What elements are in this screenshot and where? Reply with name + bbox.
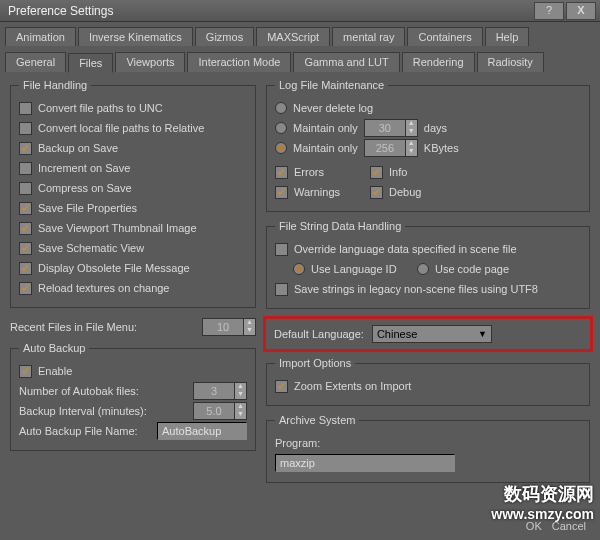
spin-down-icon[interactable]: ▼: [405, 148, 417, 156]
chk-enable-autobak[interactable]: ✔: [19, 365, 32, 378]
chk-convert-rel[interactable]: [19, 122, 32, 135]
chk-utf8[interactable]: [275, 283, 288, 296]
spin-down-icon[interactable]: ▼: [234, 411, 246, 419]
lbl-convert-unc: Convert file paths to UNC: [38, 102, 247, 114]
tab-maxscript[interactable]: MAXScript: [256, 27, 330, 46]
tab-gizmos[interactable]: Gizmos: [195, 27, 254, 46]
tab-help[interactable]: Help: [485, 27, 530, 46]
chk-reload-tex[interactable]: ✔: [19, 282, 32, 295]
chk-zoom-extents[interactable]: ✔: [275, 380, 288, 393]
rad-maintain-days[interactable]: [275, 122, 287, 134]
window-title: Preference Settings: [8, 4, 532, 18]
kb-input[interactable]: [365, 140, 405, 156]
chk-increment[interactable]: [19, 162, 32, 175]
tab-gamma[interactable]: Gamma and LUT: [293, 52, 399, 72]
lbl-info: Info: [389, 166, 407, 178]
close-button[interactable]: X: [566, 2, 596, 20]
rad-use-lang-id[interactable]: [293, 263, 305, 275]
auto-backup-legend: Auto Backup: [19, 342, 89, 354]
default-language-select[interactable]: Chinese ▼: [372, 325, 492, 343]
chk-debug[interactable]: ✔: [370, 186, 383, 199]
spin-down-icon[interactable]: ▼: [234, 391, 246, 399]
file-string-legend: File String Data Handling: [275, 220, 405, 232]
default-language-label: Default Language:: [274, 328, 364, 340]
autobak-num-input[interactable]: [194, 383, 234, 399]
lbl-backup: Backup on Save: [38, 142, 247, 154]
recent-files-label: Recent Files in File Menu:: [10, 321, 196, 333]
chk-errors[interactable]: ✔: [275, 166, 288, 179]
ok-button[interactable]: OK: [526, 520, 542, 532]
chk-override-lang[interactable]: [275, 243, 288, 256]
tab-row-2: General Files Viewports Interaction Mode…: [0, 47, 600, 73]
lbl-save-schem: Save Schematic View: [38, 242, 247, 254]
archive-system-group: Archive System Program:: [266, 414, 590, 483]
autobak-num-spinner[interactable]: ▲▼: [193, 382, 247, 400]
chk-info[interactable]: ✔: [370, 166, 383, 179]
lbl-convert-rel: Convert local file paths to Relative: [38, 122, 247, 134]
spin-down-icon[interactable]: ▼: [243, 327, 255, 335]
autobak-name-label: Auto Backup File Name:: [19, 425, 151, 437]
chk-save-schem[interactable]: ✔: [19, 242, 32, 255]
help-button[interactable]: ?: [534, 2, 564, 20]
lbl-debug: Debug: [389, 186, 421, 198]
lbl-save-props: Save File Properties: [38, 202, 247, 214]
lbl-compress: Compress on Save: [38, 182, 247, 194]
days-unit: days: [424, 122, 447, 134]
chk-convert-unc[interactable]: [19, 102, 32, 115]
lbl-disp-obs: Display Obsolete File Message: [38, 262, 247, 274]
lbl-override-lang: Override language data specified in scen…: [294, 243, 581, 255]
rad-use-codepage[interactable]: [417, 263, 429, 275]
lbl-zoom-extents: Zoom Extents on Import: [294, 380, 581, 392]
tab-radiosity[interactable]: Radiosity: [477, 52, 544, 72]
auto-backup-group: Auto Backup ✔Enable Number of Autobak fi…: [10, 342, 256, 451]
spin-down-icon[interactable]: ▼: [405, 128, 417, 136]
chk-backup[interactable]: ✔: [19, 142, 32, 155]
lbl-never-delete: Never delete log: [293, 102, 581, 114]
tab-animation[interactable]: Animation: [5, 27, 76, 46]
lbl-use-lang-id: Use Language ID: [311, 263, 411, 275]
chk-save-props[interactable]: ✔: [19, 202, 32, 215]
program-label: Program:: [275, 437, 320, 449]
file-handling-group: File Handling Convert file paths to UNC …: [10, 79, 256, 308]
program-input[interactable]: [275, 454, 455, 472]
lbl-enable-autobak: Enable: [38, 365, 247, 377]
tab-viewports[interactable]: Viewports: [115, 52, 185, 72]
rad-maintain-kb[interactable]: [275, 142, 287, 154]
autobak-int-label: Backup Interval (minutes):: [19, 405, 187, 417]
lbl-increment: Increment on Save: [38, 162, 247, 174]
recent-files-input[interactable]: [203, 319, 243, 335]
log-file-legend: Log File Maintenance: [275, 79, 388, 91]
panel-files: File Handling Convert file paths to UNC …: [0, 73, 600, 493]
chk-disp-obs[interactable]: ✔: [19, 262, 32, 275]
chk-compress[interactable]: [19, 182, 32, 195]
days-spinner[interactable]: ▲▼: [364, 119, 418, 137]
chk-save-thumb[interactable]: ✔: [19, 222, 32, 235]
recent-files-spinner[interactable]: ▲▼: [202, 318, 256, 336]
kb-unit: KBytes: [424, 142, 459, 154]
days-input[interactable]: [365, 120, 405, 136]
lbl-maintain-kb: Maintain only: [293, 142, 358, 154]
lbl-warnings: Warnings: [294, 186, 364, 198]
autobak-name-input[interactable]: [157, 422, 247, 440]
tab-containers[interactable]: Containers: [407, 27, 482, 46]
tab-rendering[interactable]: Rendering: [402, 52, 475, 72]
import-options-group: Import Options ✔Zoom Extents on Import: [266, 357, 590, 406]
rad-never-delete[interactable]: [275, 102, 287, 114]
tab-row-1: Animation Inverse Kinematics Gizmos MAXS…: [0, 22, 600, 47]
tab-mentalray[interactable]: mental ray: [332, 27, 405, 46]
tab-ik[interactable]: Inverse Kinematics: [78, 27, 193, 46]
kb-spinner[interactable]: ▲▼: [364, 139, 418, 157]
autobak-int-input[interactable]: [194, 403, 234, 419]
archive-system-legend: Archive System: [275, 414, 359, 426]
file-string-group: File String Data Handling Override langu…: [266, 220, 590, 309]
lbl-errors: Errors: [294, 166, 364, 178]
lbl-use-codepage: Use code page: [435, 263, 509, 275]
tab-general[interactable]: General: [5, 52, 66, 72]
chk-warnings[interactable]: ✔: [275, 186, 288, 199]
cancel-button[interactable]: Cancel: [552, 520, 586, 532]
lbl-reload-tex: Reload textures on change: [38, 282, 247, 294]
tab-files[interactable]: Files: [68, 53, 113, 73]
lbl-maintain-days: Maintain only: [293, 122, 358, 134]
autobak-int-spinner[interactable]: ▲▼: [193, 402, 247, 420]
tab-interaction[interactable]: Interaction Mode: [187, 52, 291, 72]
